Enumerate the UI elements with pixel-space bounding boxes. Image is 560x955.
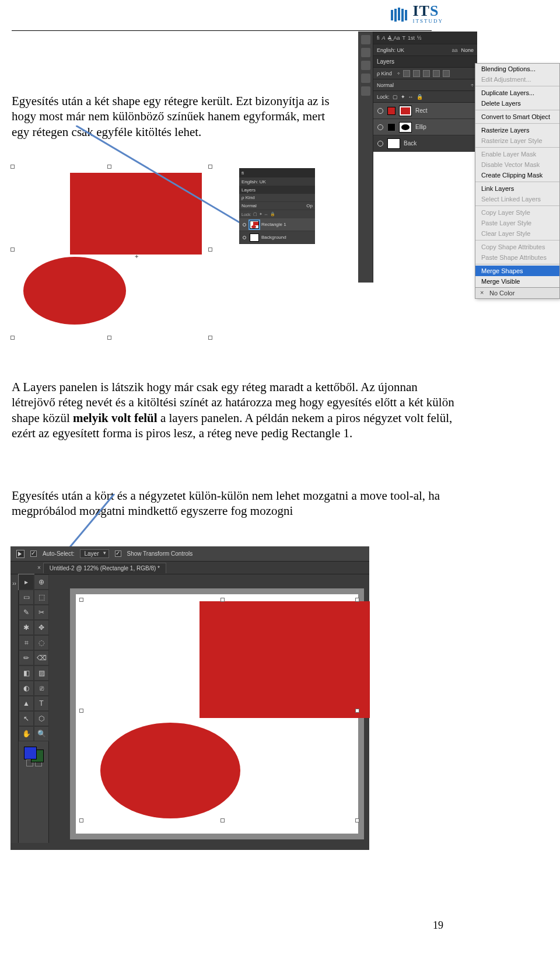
- document-tab[interactable]: Untitled-2 @ 122% (Rectangle 1, RGB/8) *: [43, 563, 166, 573]
- tool-button[interactable]: ✏: [19, 650, 34, 665]
- blend-row: Normal Op: [239, 202, 315, 210]
- dock-tab-icon[interactable]: [361, 74, 370, 83]
- dock-tab-icon[interactable]: [361, 48, 370, 57]
- lang-label: English: UK: [242, 179, 266, 184]
- visibility-eye-icon[interactable]: [242, 235, 247, 241]
- tool-button[interactable]: ⌫: [34, 650, 49, 665]
- tool-button[interactable]: ⎚: [34, 681, 49, 696]
- menu-item[interactable]: Delete Layers: [475, 98, 559, 109]
- transform-handle: [10, 336, 15, 340]
- layer-row-rect[interactable]: Rect: [373, 103, 477, 119]
- tool-button[interactable]: ◐: [19, 681, 34, 696]
- toolbox: ▸⊕▭⬚✎✂✱✥⌗◌✏⌫◧▨◐⎚▲T↖⬡✋🔍: [19, 574, 49, 843]
- menu-item[interactable]: Convert to Smart Object: [475, 111, 559, 122]
- tool-button[interactable]: ✋: [19, 726, 34, 741]
- tool-button[interactable]: ✥: [34, 620, 49, 635]
- layer-thumbnail: [387, 138, 400, 149]
- tool-button[interactable]: ◧: [19, 665, 34, 681]
- menu-item: Paste Layer Style: [475, 218, 559, 228]
- menu-item[interactable]: Merge Visible: [475, 276, 559, 287]
- color-swatches[interactable]: [19, 741, 49, 765]
- menu-item[interactable]: Create Clipping Mask: [475, 170, 559, 180]
- transform-handle[interactable]: [355, 818, 359, 822]
- transform-handle[interactable]: [79, 598, 83, 602]
- tool-button[interactable]: ▸: [19, 574, 34, 590]
- tool-button[interactable]: ⬚: [34, 590, 49, 605]
- tool-button[interactable]: ✂: [34, 605, 49, 620]
- aa-select[interactable]: None: [461, 47, 474, 53]
- red-rectangle-shape[interactable]: [200, 601, 370, 718]
- foreground-swatch[interactable]: [24, 747, 37, 759]
- tool-button[interactable]: ↖: [19, 711, 34, 726]
- blend-mode-select[interactable]: Normal: [377, 82, 394, 88]
- layer-row-rectangle[interactable]: Rectangle 1: [239, 218, 315, 231]
- lock-all-icon[interactable]: 🔒: [416, 94, 423, 100]
- tool-button[interactable]: ▭: [19, 590, 34, 605]
- show-transform-checkbox[interactable]: [115, 550, 121, 557]
- right-layers-panel-figure: fi A A͟ Aa T 1st ½ English: UK aa None L…: [358, 32, 560, 323]
- tool-button[interactable]: ⬡: [34, 711, 49, 726]
- lock-pixels-icon[interactable]: ✦: [401, 94, 405, 100]
- menu-item[interactable]: Duplicate Layers...: [475, 88, 559, 98]
- layer-thumbnail: [250, 221, 259, 229]
- tool-button[interactable]: ▨: [34, 665, 49, 681]
- transform-handle[interactable]: [355, 709, 359, 713]
- blend-mode-row: Normal ÷: [373, 79, 477, 91]
- tool-button[interactable]: T: [34, 696, 49, 711]
- transform-handle[interactable]: [220, 598, 225, 602]
- red-ellipse-shape[interactable]: [100, 723, 240, 818]
- document-canvas: [49, 574, 369, 850]
- menu-separator: [475, 240, 559, 241]
- pasteboard: [70, 588, 364, 839]
- tool-button[interactable]: 🔍: [34, 726, 49, 741]
- layer-row-background[interactable]: Background: [239, 231, 315, 244]
- menu-item[interactable]: Blending Options...: [475, 64, 559, 74]
- tool-button[interactable]: ✱: [19, 620, 34, 635]
- menu-separator: [475, 264, 559, 264]
- visibility-eye-icon[interactable]: [377, 140, 384, 147]
- layer-row-background[interactable]: Back: [373, 135, 477, 152]
- transform-handle[interactable]: [220, 818, 225, 822]
- transform-handle[interactable]: [355, 598, 359, 602]
- menu-separator: [475, 110, 559, 110]
- dock-tab-icon[interactable]: [361, 86, 370, 96]
- lock-position-icon[interactable]: ↔: [408, 94, 414, 100]
- tool-button[interactable]: ⌗: [19, 635, 34, 650]
- auto-select-checkbox[interactable]: [30, 550, 37, 557]
- tool-button[interactable]: ⊕: [34, 574, 49, 590]
- filter-adjustment-icon[interactable]: [413, 70, 420, 77]
- tool-button[interactable]: ▲: [19, 696, 34, 711]
- visibility-eye-icon[interactable]: [377, 124, 384, 131]
- visibility-eye-icon[interactable]: [242, 222, 247, 228]
- move-tool-icon[interactable]: [16, 550, 24, 558]
- options-bar: Auto-Select: Layer Show Transform Contro…: [10, 546, 369, 562]
- expand-chevron-icon[interactable]: ››: [10, 580, 18, 587]
- transform-handle[interactable]: [79, 818, 83, 822]
- filter-smart-icon[interactable]: [443, 70, 450, 77]
- menu-separator: [475, 86, 559, 86]
- tab-close-icon[interactable]: ×: [37, 564, 41, 571]
- left-collapse-dock[interactable]: ››: [10, 574, 19, 843]
- filter-shape-icon[interactable]: [433, 70, 440, 77]
- lock-transparent-icon[interactable]: ▢: [393, 94, 398, 100]
- transform-handle[interactable]: [79, 709, 83, 713]
- no-color-swatch[interactable]: No Color: [475, 287, 560, 299]
- paragraph-1: Egyesítés után a két shape egy rétegre k…: [12, 93, 338, 140]
- menu-separator: [475, 123, 559, 124]
- menu-item[interactable]: Link Layers: [475, 183, 559, 194]
- menu-item: Edit Adjustment...: [475, 74, 559, 85]
- layers-context-menu: Blending Options...Edit Adjustment...Dup…: [475, 63, 560, 298]
- menu-item[interactable]: Merge Shapes: [475, 266, 559, 276]
- visibility-eye-icon[interactable]: [377, 107, 384, 114]
- lang-select[interactable]: English: UK: [377, 47, 404, 53]
- menu-item[interactable]: Rasterize Layers: [475, 125, 559, 135]
- dock-tab-icon[interactable]: [361, 61, 370, 70]
- auto-select-dropdown[interactable]: Layer: [80, 549, 108, 558]
- layer-row-ellipse[interactable]: Ellip: [373, 119, 477, 135]
- tool-button[interactable]: ✎: [19, 605, 34, 620]
- filter-type-icon[interactable]: [423, 70, 430, 77]
- filter-pixel-icon[interactable]: [403, 70, 410, 77]
- dock-tab-icon[interactable]: [361, 35, 370, 44]
- tool-button[interactable]: ◌: [34, 635, 49, 650]
- menu-item: Copy Layer Style: [475, 207, 559, 218]
